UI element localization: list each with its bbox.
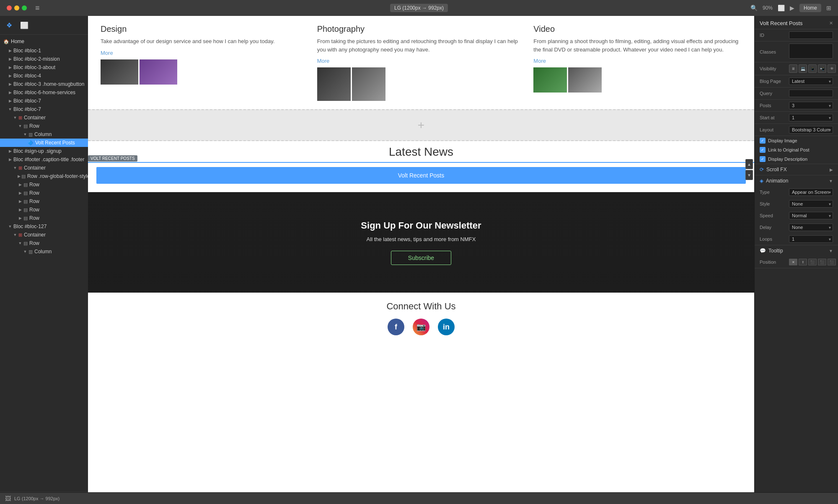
sidebar-item-bloc-7b[interactable]: ▼ Bloc #bloc-7 <box>0 105 88 113</box>
display-desc-checkbox[interactable]: ✓ <box>760 156 766 162</box>
vis-laptop-icon[interactable]: 💻 <box>799 64 807 73</box>
tooltip-x-button[interactable]: ✕ <box>789 259 797 265</box>
canvas-scroll-controls: ▲ ▼ <box>745 159 753 180</box>
volt-posts-section[interactable]: VOLT RECENT POSTS Volt Recent Posts <box>88 163 754 192</box>
link-original-checkbox[interactable]: ✓ <box>760 147 766 153</box>
pages-icon[interactable]: ⬜ <box>18 19 30 31</box>
design-images <box>101 59 309 85</box>
sidebar-item-row-global[interactable]: ▶ ▤ Row .row-global-footer-style <box>0 172 88 180</box>
sidebar-bloc-7a-label: Bloc #bloc-7 <box>13 98 41 104</box>
video-more-link[interactable]: More <box>533 58 742 64</box>
design-more-link[interactable]: More <box>101 50 309 56</box>
chevron-right-icon: ▶ <box>8 48 13 53</box>
tooltip-divider[interactable]: 💬 Tooltip ▼ <box>755 245 838 256</box>
newsletter-subtext: All the latest news, tips and more from … <box>361 236 481 242</box>
grid-icon[interactable]: ⊞ <box>826 5 831 11</box>
add-section-icon[interactable]: + <box>96 118 746 132</box>
sidebar-item-container-1[interactable]: ▼ ⊞ Container <box>0 113 88 122</box>
layout-select[interactable]: Bootstrap 3 Columns <box>789 126 833 134</box>
sidebar-item-bloc-7a[interactable]: ▶ Bloc #bloc-7 <box>0 97 88 105</box>
display-desc-row: ✓ Display Description <box>755 154 838 164</box>
sidebar-item-bloc-4[interactable]: ▶ Bloc #bloc-4 <box>0 72 88 80</box>
vis-phone-icon[interactable]: 📲 <box>818 64 826 73</box>
menu-icon[interactable]: ≡ <box>35 4 40 13</box>
start-at-select[interactable]: 1 <box>789 114 833 121</box>
sidebar-item-bloc-3-about[interactable]: ▶ Bloc #bloc-3-about <box>0 63 88 72</box>
sidebar-item-row-6[interactable]: ▶ ▤ Row <box>0 214 88 222</box>
animation-divider[interactable]: ◈ Animation ▼ <box>755 175 838 186</box>
tooltip-top-icon[interactable]: ⬆ <box>799 259 807 265</box>
row-icon: ▤ <box>23 123 28 129</box>
sidebar-item-container-2[interactable]: ▼ ⊞ Container <box>0 164 88 172</box>
animation-type-select[interactable]: Appear on Screen <box>789 188 833 196</box>
blog-page-select[interactable]: Latest <box>789 77 833 85</box>
posts-select[interactable]: 3 <box>789 102 833 109</box>
linkedin-icon[interactable]: in <box>438 319 455 335</box>
tooltip-bottom-icon[interactable]: ⬛ <box>828 259 836 265</box>
animation-style-select[interactable]: None <box>789 200 833 208</box>
sidebar-home[interactable]: 🏠 Home <box>0 36 88 46</box>
id-input[interactable] <box>789 31 833 39</box>
animation-speed-select[interactable]: Normal <box>789 212 833 219</box>
sidebar-item-bloc-3-home[interactable]: ▶ Bloc #bloc-3 .home-smugbutton <box>0 80 88 88</box>
sidebar-item-bloc-footer[interactable]: ▶ Bloc #footer .caption-title .footer <box>0 155 88 164</box>
sidebar-item-column-2[interactable]: ▼ ▥ Column <box>0 247 88 256</box>
sidebar-item-row-4[interactable]: ▶ ▤ Row <box>0 197 88 206</box>
play-icon[interactable]: ▶ <box>790 5 794 11</box>
sidebar-item-column-1[interactable]: ▼ ▥ Column <box>0 130 88 139</box>
subscribe-button[interactable]: Subscribe <box>391 251 451 265</box>
tooltip-right-icon[interactable]: ⬛ <box>808 259 817 265</box>
sidebar-item-bloc-signup[interactable]: ▶ Bloc #sign-up .signup <box>0 147 88 155</box>
chevron-down-icon: ▼ <box>8 107 13 112</box>
scroll-up-button[interactable]: ▲ <box>745 159 753 169</box>
minimize-button[interactable] <box>14 5 19 10</box>
tooltip-label: Tooltip <box>768 248 829 254</box>
sidebar-item-row-7[interactable]: ▼ ▤ Row <box>0 239 88 247</box>
photography-title: Photography <box>317 24 525 34</box>
vis-eye-icon[interactable]: 👁 <box>828 64 836 73</box>
scroll-fx-label: Scroll FX <box>766 167 830 172</box>
sidebar-item-row-2[interactable]: ▶ ▤ Row <box>0 180 88 189</box>
vis-tablet-icon[interactable]: 📱 <box>808 64 817 73</box>
sidebar-item-bloc-127[interactable]: ▼ Bloc #bloc-127 <box>0 222 88 231</box>
sidebar-item-bloc-2[interactable]: ▶ Bloc #bloc-2-mission <box>0 55 88 63</box>
vis-desktop-icon[interactable]: 🖥 <box>789 64 797 73</box>
bottom-bar: 🖼 LG (1200px → 992px) <box>0 492 838 504</box>
panel-start-at-section: Start at 1 <box>755 112 838 124</box>
home-btn[interactable]: Home <box>799 4 821 12</box>
display-desc-label: Display Description <box>768 157 807 162</box>
animation-speed-label: Speed <box>760 213 789 218</box>
scroll-down-button[interactable]: ▼ <box>745 170 753 180</box>
instagram-icon[interactable]: 📷 <box>413 319 429 335</box>
sidebar-column-2-label: Column <box>34 249 52 255</box>
photography-more-link[interactable]: More <box>317 58 525 64</box>
animation-delay-select[interactable]: None <box>789 224 833 231</box>
tooltip-position-row: Position ✕ ⬆ ⬛ ⬛ ⬛ <box>755 256 838 268</box>
panel-close-icon[interactable]: ✕ <box>829 21 833 26</box>
animation-loops-select[interactable]: 1 <box>789 235 833 243</box>
query-input[interactable] <box>789 90 833 97</box>
close-button[interactable] <box>7 5 12 10</box>
tooltip-left-icon[interactable]: ⬛ <box>818 259 826 265</box>
display-image-checkbox[interactable]: ✓ <box>760 138 766 144</box>
scroll-fx-divider[interactable]: ⟳ Scroll FX ▶ <box>755 164 838 175</box>
sidebar-item-row-3[interactable]: ▶ ▤ Row <box>0 189 88 197</box>
panel-layout-row: Layout Bootstrap 3 Columns <box>755 124 838 136</box>
sidebar-item-bloc-6[interactable]: ▶ Bloc #bloc-6-home-services <box>0 88 88 97</box>
sidebar-item-container-3[interactable]: ▼ ⊞ Container <box>0 231 88 239</box>
panel-visibility-section: Visibility 🖥 💻 📱 📲 👁 <box>755 62 838 75</box>
facebook-icon[interactable]: f <box>388 319 404 335</box>
sidebar-item-volt-recent-posts[interactable]: 🔷 Volt Recent Posts <box>0 139 88 147</box>
image-icon: 🖼 <box>5 495 11 502</box>
sidebar-item-row-5[interactable]: ▶ ▤ Row <box>0 206 88 214</box>
panel-visibility-row: Visibility 🖥 💻 📱 📲 👁 <box>755 62 838 75</box>
layout-icon[interactable]: ⬜ <box>778 5 785 11</box>
screen-size-label: LG (1200px → 992px) <box>390 4 448 12</box>
search-icon[interactable]: 🔍 <box>750 5 758 11</box>
maximize-button[interactable] <box>22 5 27 10</box>
classes-input[interactable] <box>789 44 833 59</box>
layers-icon[interactable]: ❖ <box>3 19 15 31</box>
sidebar-item-row-1[interactable]: ▼ ▤ Row <box>0 122 88 130</box>
sidebar-item-bloc-1[interactable]: ▶ Bloc #bloc-1 <box>0 46 88 55</box>
sidebar-bloc-footer-label: Bloc #footer .caption-title .footer <box>13 157 84 162</box>
